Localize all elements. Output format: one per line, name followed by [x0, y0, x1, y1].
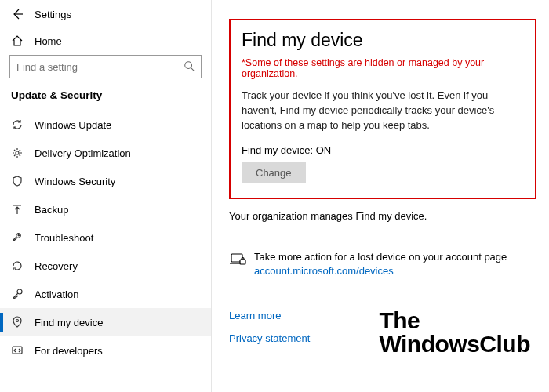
nav-label: Backup: [35, 204, 68, 216]
home-icon: [11, 34, 24, 47]
laptop-lock-icon: [229, 252, 246, 270]
svg-point-0: [185, 61, 192, 68]
settings-title: Settings: [35, 9, 71, 20]
svg-point-1: [16, 151, 19, 154]
developer-icon: [11, 344, 24, 357]
more-action-row: Take more action for a lost device on yo…: [229, 250, 536, 278]
sidebar-item-find-my-device[interactable]: Find my device: [0, 308, 211, 336]
home-nav[interactable]: Home: [0, 28, 211, 55]
sidebar-item-windows-security[interactable]: Windows Security: [0, 167, 211, 195]
devices-link[interactable]: account.microsoft.com/devices: [254, 265, 394, 277]
nav-label: Recovery: [35, 260, 78, 272]
back-icon[interactable]: [11, 8, 24, 20]
more-action-text: Take more action for a lost device on yo…: [254, 250, 507, 264]
wrench-icon: [11, 231, 24, 244]
sidebar-item-for-developers[interactable]: For developers: [0, 336, 211, 365]
sidebar-item-activation[interactable]: Activation: [0, 280, 211, 308]
nav-label: For developers: [35, 345, 103, 357]
nav-label: Windows Update: [35, 119, 111, 131]
managed-notice: *Some of these settings are hidden or ma…: [242, 57, 524, 79]
home-label: Home: [35, 35, 62, 47]
page-title: Find my device: [242, 30, 524, 51]
search-box[interactable]: [9, 55, 202, 78]
location-icon: [11, 316, 24, 328]
sidebar-item-troubleshoot[interactable]: Troubleshoot: [0, 223, 211, 252]
nav-label: Windows Security: [35, 176, 115, 187]
nav-label: Delivery Optimization: [35, 147, 131, 159]
sync-icon: [11, 118, 24, 131]
feature-description: Track your device if you think you've lo…: [242, 89, 524, 133]
svg-point-3: [16, 320, 19, 322]
privacy-link[interactable]: Privacy statement: [229, 332, 536, 344]
sidebar: Settings Home Update & Security: [0, 0, 212, 392]
svg-rect-6: [240, 260, 245, 264]
learn-more-link[interactable]: Learn more: [229, 310, 536, 321]
main-content: Find my device *Some of these settings a…: [212, 0, 549, 392]
delivery-icon: [11, 147, 24, 159]
backup-icon: [11, 203, 24, 216]
sidebar-item-recovery[interactable]: Recovery: [0, 252, 211, 280]
status-label: Find my device: ON: [242, 144, 524, 156]
nav-list: Windows Update Delivery Optimization Win…: [0, 111, 211, 392]
highlight-box: Find my device *Some of these settings a…: [229, 19, 536, 199]
header-row: Settings: [0, 6, 211, 28]
search-icon: [184, 60, 195, 74]
footer-links: Learn more Privacy statement: [229, 310, 536, 344]
category-label: Update & Security: [0, 86, 211, 111]
key-icon: [11, 288, 24, 300]
nav-label: Find my device: [35, 317, 103, 328]
sidebar-item-backup[interactable]: Backup: [0, 195, 211, 223]
sidebar-item-windows-update[interactable]: Windows Update: [0, 111, 211, 139]
nav-label: Activation: [35, 289, 78, 300]
sidebar-item-delivery-optimization[interactable]: Delivery Optimization: [0, 139, 211, 167]
nav-label: Troubleshoot: [35, 232, 93, 244]
change-button[interactable]: Change: [242, 162, 306, 183]
org-manages-text: Your organization manages Find my device…: [229, 210, 536, 222]
shield-icon: [11, 175, 24, 187]
search-input[interactable]: [16, 61, 184, 73]
recovery-icon: [11, 260, 24, 272]
